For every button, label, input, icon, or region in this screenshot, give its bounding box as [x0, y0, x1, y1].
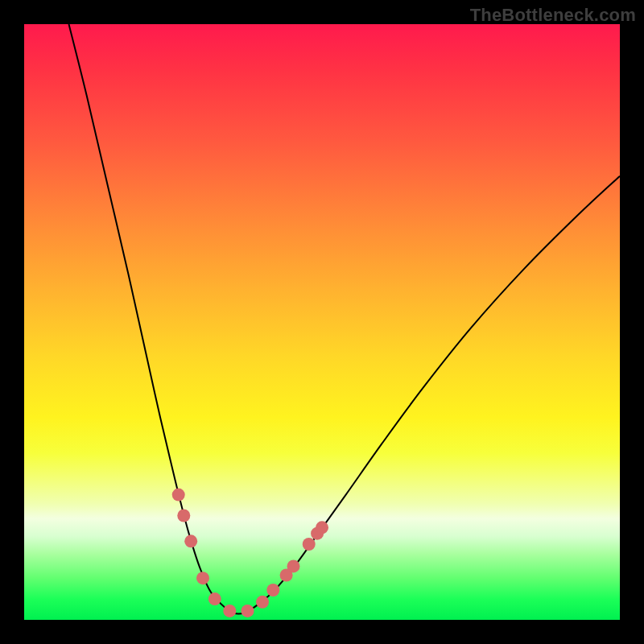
curve-svg — [24, 24, 620, 620]
trough-marker — [316, 521, 328, 534]
trough-marker — [208, 592, 221, 605]
watermark-text: TheBottleneck.com — [470, 5, 636, 26]
trough-marker — [184, 535, 197, 547]
trough-marker — [242, 605, 254, 617]
plot-area — [24, 24, 620, 620]
trough-marker — [177, 510, 190, 522]
trough-marker — [266, 584, 279, 597]
trough-marker — [172, 489, 185, 502]
trough-marker — [287, 559, 300, 572]
trough-marker — [303, 538, 316, 551]
chart-frame: TheBottleneck.com — [0, 0, 644, 644]
trough-marker — [256, 596, 269, 609]
trough-marker — [196, 572, 209, 584]
trough-marker — [223, 605, 236, 617]
bottleneck-curve — [69, 24, 621, 614]
